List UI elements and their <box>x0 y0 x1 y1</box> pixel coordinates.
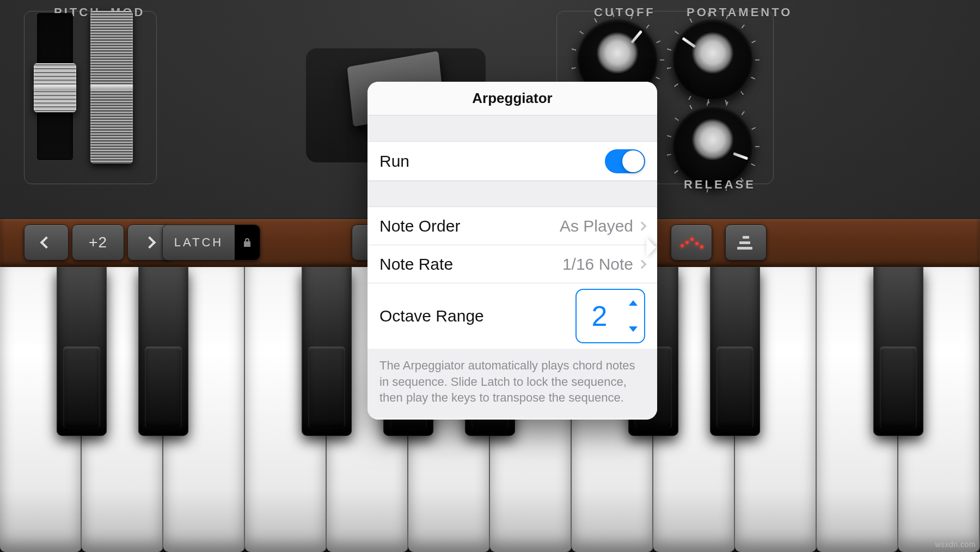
octave-range-stepper[interactable]: 2 <box>575 289 645 343</box>
latch-label: LATCH <box>163 225 235 260</box>
popover-title: Arpeggiator <box>367 82 657 116</box>
popover-spacer <box>367 116 657 142</box>
arpeggiator-icon <box>681 236 702 248</box>
keyboard-width-button[interactable] <box>725 225 767 260</box>
note-rate-row[interactable]: Note Rate 1/16 Note <box>367 245 657 283</box>
lock-icon <box>235 225 260 260</box>
black-key[interactable] <box>302 267 352 436</box>
octave-range-value: 2 <box>577 290 622 342</box>
note-order-value: As Played <box>560 217 633 235</box>
run-label: Run <box>379 152 409 171</box>
triangle-up-icon <box>629 300 638 306</box>
arpeggiator-popover: Arpeggiator Run Note Order As Played Not… <box>367 82 657 420</box>
run-toggle[interactable] <box>605 149 645 173</box>
octave-range-label: Octave Range <box>379 307 484 325</box>
octave-value-text: +2 <box>89 234 107 251</box>
mod-slider-track <box>94 13 130 160</box>
popover-spacer <box>367 181 657 207</box>
release-label: RELEASE <box>684 178 756 192</box>
note-rate-value: 1/16 Note <box>562 255 633 274</box>
mod-slider[interactable] <box>90 11 133 163</box>
chevron-right-icon <box>638 221 647 230</box>
popover-arrow-icon <box>646 238 657 257</box>
pitch-slider[interactable] <box>34 63 76 112</box>
black-key[interactable] <box>873 267 923 436</box>
octave-down-button[interactable] <box>24 225 69 260</box>
pitch-slider-track <box>37 13 73 160</box>
black-key[interactable] <box>57 267 107 436</box>
stepper-up-button[interactable] <box>622 290 644 316</box>
chevron-left-icon <box>40 236 53 249</box>
octave-range-row: Octave Range 2 <box>367 283 657 349</box>
stepper-down-button[interactable] <box>622 316 644 342</box>
note-order-label: Note Order <box>379 217 460 235</box>
octave-value-button[interactable]: +2 <box>72 225 124 260</box>
triangle-down-icon <box>629 326 638 332</box>
synth-app: PITCH MOD D CUTOFF PORTAMENTO RELEASE +2 <box>0 0 980 552</box>
note-order-row[interactable]: Note Order As Played <box>367 207 657 245</box>
keyboard-width-icon <box>739 236 752 250</box>
arpeggiator-button[interactable] <box>671 225 712 260</box>
chevron-right-icon <box>144 236 156 249</box>
portamento-knob[interactable] <box>672 19 753 100</box>
black-key[interactable] <box>138 267 188 436</box>
release-knob[interactable] <box>672 106 753 186</box>
run-row: Run <box>367 142 657 181</box>
watermark: wsxdn.com <box>935 540 976 549</box>
black-key[interactable] <box>710 267 760 436</box>
chevron-right-icon <box>638 259 647 269</box>
latch-toggle[interactable]: LATCH <box>162 225 260 260</box>
note-rate-label: Note Rate <box>379 255 453 274</box>
popover-footer-text: The Arpeggiator automatically plays chor… <box>367 349 657 418</box>
